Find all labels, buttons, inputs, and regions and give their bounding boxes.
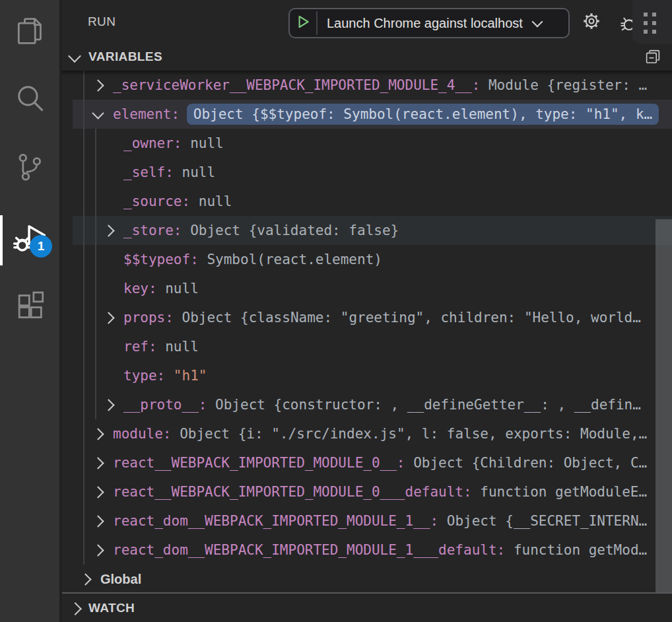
variable-value: Object {validated: false} (190, 223, 399, 238)
variable-name: _serviceWorker__WEBPACK_IMPORTED_MODULE_… (113, 77, 488, 93)
tree-row[interactable]: _source: null (59, 187, 672, 216)
tree-row[interactable]: react__WEBPACK_IMPORTED_MODULE_0__: Obje… (59, 448, 672, 477)
collapse-all-icon (643, 57, 663, 69)
variables-title: VARIABLES (88, 43, 162, 71)
chevron-down-icon (68, 50, 81, 63)
variable-name: react_dom__WEBPACK_IMPORTED_MODULE_1___d… (113, 542, 514, 558)
tree-row[interactable]: key: null (59, 274, 672, 303)
variable-name: element: (113, 106, 188, 122)
variable-value: null (190, 135, 224, 151)
variable-name: type: (123, 368, 174, 384)
variable-value: null (165, 281, 199, 296)
sidebar-edge (59, 0, 62, 622)
tree-row[interactable]: react__WEBPACK_IMPORTED_MODULE_0___defau… (59, 477, 672, 506)
sidebar-item-source-control[interactable] (0, 139, 59, 195)
start-debug-button[interactable] (290, 13, 316, 33)
tree-row[interactable]: type: "h1" (59, 361, 672, 390)
variable-value: null (199, 193, 232, 209)
run-panel-header: RUN Launch Chrome against localhost (59, 0, 672, 43)
twistie-icon (92, 457, 104, 469)
debug-badge: 1 (30, 235, 52, 258)
bug-icon (617, 25, 634, 36)
variable-name: key: (123, 281, 165, 296)
variable-name: _source: (123, 193, 199, 209)
variable-value: Object {$$typeof: Symbol(react.element),… (187, 104, 659, 125)
launch-config-select[interactable]: Launch Chrome against localhost (327, 16, 523, 31)
drag-grip-icon[interactable] (644, 13, 656, 34)
gear-icon (581, 22, 602, 34)
variable-name: react__WEBPACK_IMPORTED_MODULE_0___defau… (113, 484, 480, 500)
variable-name: react_dom__WEBPACK_IMPORTED_MODULE_1__: (113, 513, 447, 529)
debug-sidebar: 1 RUN Launch Chrome against localhost (0, 0, 672, 622)
variable-name: _store: (123, 223, 190, 238)
twistie-icon (102, 399, 114, 411)
files-icon (13, 14, 47, 48)
variable-value: Object {Children: Object, C… (413, 455, 647, 471)
chevron-down-icon (531, 17, 543, 28)
sidebar-item-explorer[interactable] (0, 3, 59, 59)
collapse-all-button[interactable] (643, 47, 663, 69)
run-title: RUN (88, 0, 116, 43)
twistie-icon (92, 79, 104, 91)
debug-console-button[interactable] (617, 9, 634, 36)
activity-bar (0, 0, 59, 622)
variables-tree-rows: _serviceWorker__WEBPACK_IMPORTED_MODULE_… (59, 71, 672, 594)
tree-row[interactable]: react_dom__WEBPACK_IMPORTED_MODULE_1___d… (59, 536, 672, 565)
twistie-icon (102, 312, 114, 324)
tree-row[interactable]: __proto__: Object {constructor: , __defi… (59, 390, 672, 419)
tree-row[interactable]: module: Object {i: "./src/index.js", l: … (59, 419, 672, 448)
toolbar-divider (316, 11, 318, 35)
variable-name: module: (113, 426, 180, 442)
variable-value: function getModuleE… (480, 484, 647, 500)
twistie-icon (92, 515, 104, 527)
scroll-shadow (59, 71, 672, 76)
tree-row[interactable]: props: Object {className: "greeting", ch… (59, 303, 672, 332)
extensions-icon (13, 288, 47, 322)
variable-name: $$typeof: (123, 252, 207, 267)
tree-row[interactable]: _owner: null (59, 129, 672, 158)
launch-config-toolbar[interactable]: Launch Chrome against localhost (288, 8, 570, 38)
variable-value: Module {register: … (488, 77, 647, 93)
tree-row[interactable]: Global (59, 565, 672, 594)
sidebar-item-run-and-debug[interactable] (0, 210, 59, 265)
watch-section-header[interactable]: WATCH (59, 592, 672, 622)
twistie-icon (92, 107, 104, 119)
indent-guide (83, 71, 84, 565)
active-item-indicator (0, 215, 3, 265)
twistie-icon (92, 544, 104, 556)
variable-value: "h1" (174, 368, 207, 384)
tree-row[interactable]: _self: null (59, 158, 672, 187)
watch-title: WATCH (88, 594, 135, 622)
variable-value: Object {constructor: , __defineGetter__:… (215, 397, 641, 413)
scrollbar-thumb[interactable] (655, 219, 672, 592)
twistie-icon (92, 486, 104, 498)
variable-value: Object {i: "./src/index.js", l: false, e… (180, 426, 647, 442)
variables-section-header[interactable]: VARIABLES (59, 43, 672, 71)
sidebar-item-extensions[interactable] (0, 277, 59, 333)
variable-name: react__WEBPACK_IMPORTED_MODULE_0__: (113, 455, 413, 471)
search-icon (13, 81, 47, 115)
variable-value: Object {className: "greeting", children:… (182, 310, 641, 326)
tree-row[interactable]: ref: null (59, 332, 672, 361)
twistie-icon (92, 428, 104, 440)
open-launch-config-button[interactable] (581, 11, 602, 34)
sidebar-item-search[interactable] (0, 70, 59, 125)
tree-row[interactable]: $$typeof: Symbol(react.element) (59, 245, 672, 274)
variable-value: Symbol(react.element) (207, 252, 382, 267)
variable-value: Object {__SECRET_INTERN… (447, 513, 647, 529)
variable-name: _self: (123, 164, 182, 180)
play-icon (294, 13, 312, 33)
tree-row[interactable]: react_dom__WEBPACK_IMPORTED_MODULE_1__: … (59, 506, 672, 536)
tree-row[interactable]: element: Object {$$typeof: Symbol(react.… (59, 100, 672, 129)
variables-tree: _serviceWorker__WEBPACK_IMPORTED_MODULE_… (59, 71, 672, 594)
variable-name: ref: (123, 339, 165, 355)
twistie-icon (79, 573, 91, 585)
chevron-right-icon (69, 602, 82, 615)
variable-name: Global (100, 572, 141, 587)
source-control-icon (13, 150, 47, 184)
variable-name: _owner: (123, 135, 190, 151)
floating-toolbar-panel (632, 0, 672, 44)
variable-name: props: (123, 310, 182, 326)
indent-guide (95, 129, 96, 419)
tree-row[interactable]: _store: Object {validated: false} (59, 216, 672, 245)
